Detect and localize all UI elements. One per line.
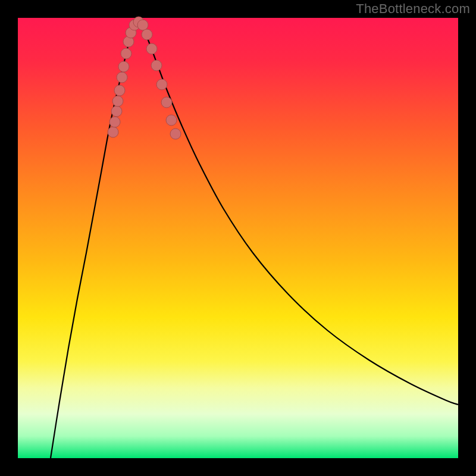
plot-frame (18, 18, 458, 458)
data-dot (121, 48, 131, 59)
watermark-text: TheBottleneck.com (356, 1, 470, 17)
data-dot (137, 20, 148, 30)
data-dot (151, 60, 162, 71)
data-dot (166, 115, 177, 126)
plot-svg (18, 18, 458, 458)
data-dot (156, 79, 167, 90)
data-dot (146, 43, 157, 54)
data-dot (108, 127, 118, 137)
data-dot (170, 129, 181, 139)
dot-cluster (108, 17, 181, 139)
data-dot (109, 117, 120, 127)
data-dot (118, 61, 129, 72)
data-dot (111, 106, 122, 117)
data-dot (161, 97, 172, 108)
data-dot (114, 85, 125, 96)
data-dot (142, 29, 152, 40)
data-dot (117, 72, 127, 83)
data-dot (112, 96, 123, 107)
curve-right (140, 21, 458, 405)
